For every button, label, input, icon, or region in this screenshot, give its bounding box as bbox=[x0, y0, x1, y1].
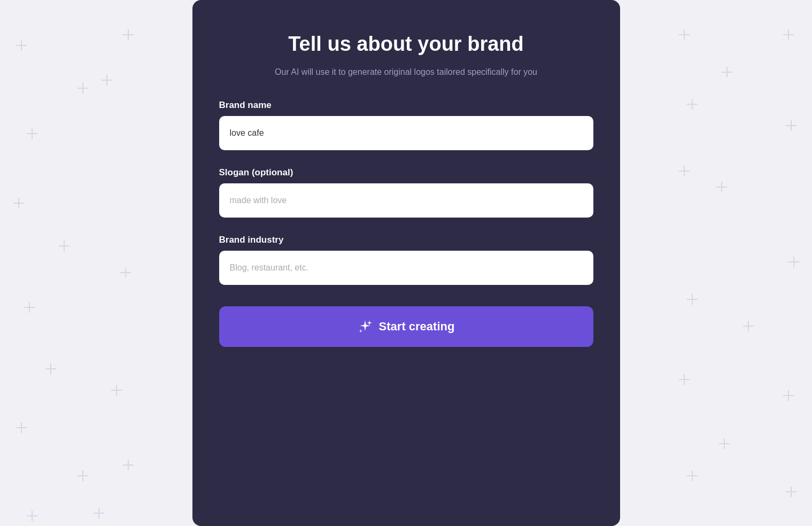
page-subtitle: Our AI will use it to generate original … bbox=[219, 65, 593, 79]
brand-industry-group: Brand industry bbox=[219, 235, 593, 285]
form-section: Brand name Slogan (optional) Brand indus… bbox=[219, 100, 593, 285]
main-card: Tell us about your brand Our AI will use… bbox=[192, 0, 620, 526]
brand-name-input[interactable] bbox=[219, 116, 593, 150]
slogan-label: Slogan (optional) bbox=[219, 167, 593, 178]
brand-industry-input[interactable] bbox=[219, 251, 593, 285]
start-creating-label: Start creating bbox=[379, 320, 455, 334]
header-section: Tell us about your brand Our AI will use… bbox=[219, 32, 593, 79]
sparkle-icon bbox=[358, 319, 373, 334]
page-title: Tell us about your brand bbox=[219, 32, 593, 57]
brand-industry-label: Brand industry bbox=[219, 235, 593, 245]
start-creating-button[interactable]: Start creating bbox=[219, 306, 593, 347]
brand-name-group: Brand name bbox=[219, 100, 593, 150]
slogan-input[interactable] bbox=[219, 183, 593, 218]
brand-name-label: Brand name bbox=[219, 100, 593, 111]
slogan-group: Slogan (optional) bbox=[219, 167, 593, 218]
